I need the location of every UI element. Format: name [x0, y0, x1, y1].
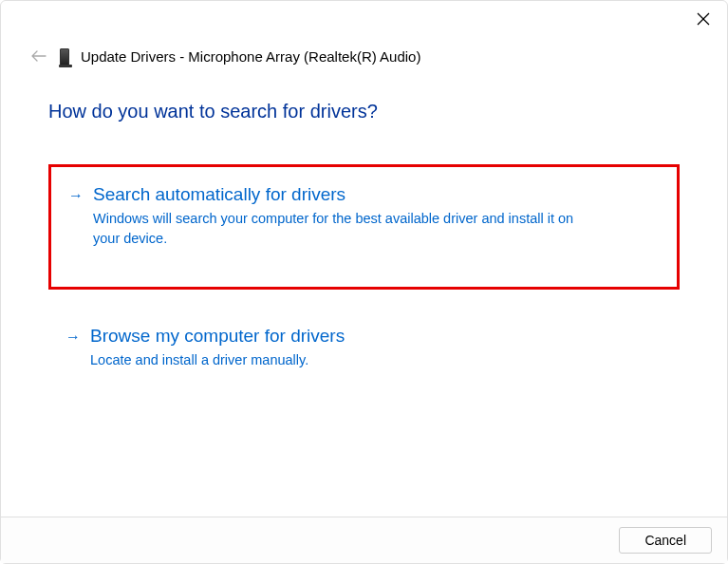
option-header: → Browse my computer for drivers — [65, 326, 663, 347]
option-search-automatically[interactable]: → Search automatically for drivers Windo… — [48, 164, 680, 290]
cancel-button[interactable]: Cancel — [619, 527, 712, 554]
back-button[interactable] — [29, 47, 48, 66]
arrow-right-icon: → — [65, 329, 81, 346]
arrow-right-icon: → — [68, 187, 84, 204]
dialog-title: Update Drivers - Microphone Array (Realt… — [81, 48, 420, 65]
option-title: Search automatically for drivers — [93, 184, 345, 205]
prompt-heading: How do you want to search for drivers? — [48, 101, 680, 122]
dialog-header: Update Drivers - Microphone Array (Realt… — [1, 1, 727, 66]
device-icon — [60, 48, 69, 66]
close-button[interactable] — [697, 12, 710, 28]
dialog-footer: Cancel — [1, 517, 727, 563]
update-drivers-dialog: Update Drivers - Microphone Array (Realt… — [0, 0, 728, 564]
dialog-content: How do you want to search for drivers? →… — [1, 66, 727, 517]
option-browse-computer[interactable]: → Browse my computer for drivers Locate … — [48, 312, 680, 391]
arrow-left-icon — [31, 50, 47, 62]
close-icon — [697, 12, 710, 26]
option-description: Windows will search your computer for th… — [68, 209, 600, 249]
option-description: Locate and install a driver manually. — [65, 350, 597, 370]
option-header: → Search automatically for drivers — [68, 184, 660, 205]
option-title: Browse my computer for drivers — [90, 326, 345, 347]
